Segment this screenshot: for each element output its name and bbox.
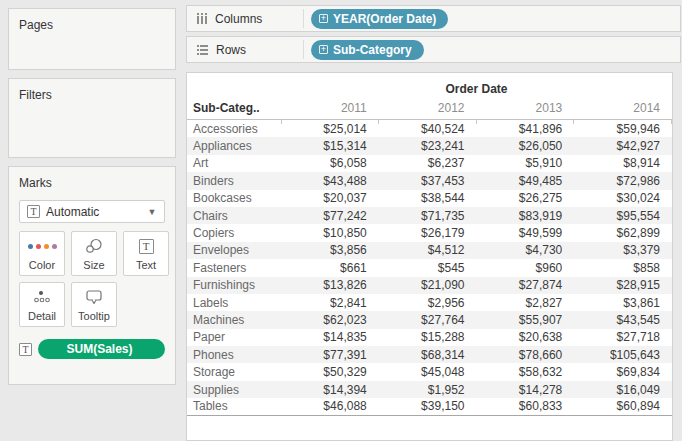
color-button[interactable]: Color — [19, 231, 65, 276]
row-label[interactable]: Furnishings — [187, 278, 281, 292]
row-label[interactable]: Machines — [187, 313, 281, 327]
cell-value[interactable]: $16,049 — [574, 383, 672, 397]
mark-type-dropdown[interactable]: T Automatic ▼ — [19, 200, 165, 223]
row-label[interactable]: Envelopes — [187, 243, 281, 257]
cell-value[interactable]: $15,314 — [281, 139, 379, 153]
cell-value[interactable]: $4,730 — [477, 243, 575, 257]
rows-pill[interactable]: + Sub-Category — [311, 40, 424, 60]
cell-value[interactable]: $26,275 — [477, 191, 575, 205]
row-label[interactable]: Phones — [187, 348, 281, 362]
expand-field-icon[interactable]: + — [319, 14, 328, 23]
cell-value[interactable]: $43,545 — [574, 313, 672, 327]
cell-value[interactable]: $28,915 — [574, 278, 672, 292]
cell-value[interactable]: $27,718 — [574, 330, 672, 344]
detail-button[interactable]: Detail — [19, 282, 65, 327]
cell-value[interactable]: $10,850 — [281, 226, 379, 240]
cell-value[interactable]: $30,024 — [574, 191, 672, 205]
row-label[interactable]: Labels — [187, 296, 281, 310]
column-header[interactable]: 2014 — [574, 101, 672, 119]
row-label[interactable]: Art — [187, 156, 281, 170]
cell-value[interactable]: $20,037 — [281, 191, 379, 205]
row-label[interactable]: Accessories — [187, 122, 281, 136]
columns-pill[interactable]: + YEAR(Order Date) — [311, 9, 448, 29]
dropdown-arrow-icon[interactable]: ▼ — [142, 207, 162, 217]
cell-value[interactable]: $960 — [477, 261, 575, 275]
cell-value[interactable]: $21,090 — [379, 278, 477, 292]
row-label[interactable]: Paper — [187, 330, 281, 344]
filters-shelf[interactable]: Filters — [8, 78, 176, 158]
cell-value[interactable]: $858 — [574, 261, 672, 275]
column-header[interactable]: 2012 — [379, 101, 477, 119]
cell-value[interactable]: $95,554 — [574, 209, 672, 223]
cell-value[interactable]: $4,512 — [379, 243, 477, 257]
cell-value[interactable]: $26,179 — [379, 226, 477, 240]
cell-value[interactable]: $60,894 — [574, 399, 672, 413]
cell-value[interactable]: $2,841 — [281, 296, 379, 310]
cell-value[interactable]: $71,735 — [379, 209, 477, 223]
cell-value[interactable]: $2,956 — [379, 296, 477, 310]
cell-value[interactable]: $6,237 — [379, 156, 477, 170]
cell-value[interactable]: $38,544 — [379, 191, 477, 205]
cell-value[interactable]: $41,896 — [477, 122, 575, 136]
cell-value[interactable]: $6,058 — [281, 156, 379, 170]
cell-value[interactable]: $40,524 — [379, 122, 477, 136]
cell-value[interactable]: $43,488 — [281, 174, 379, 188]
cell-value[interactable]: $49,599 — [477, 226, 575, 240]
row-label[interactable]: Storage — [187, 365, 281, 379]
cell-value[interactable]: $59,946 — [574, 122, 672, 136]
row-label[interactable]: Bookcases — [187, 191, 281, 205]
cell-value[interactable]: $72,986 — [574, 174, 672, 188]
column-header[interactable]: 2011 — [281, 101, 379, 119]
cell-value[interactable]: $545 — [379, 261, 477, 275]
cell-value[interactable]: $13,826 — [281, 278, 379, 292]
cell-value[interactable]: $62,023 — [281, 313, 379, 327]
text-button[interactable]: T Text — [123, 231, 169, 276]
pages-shelf[interactable]: Pages — [8, 8, 176, 70]
cell-value[interactable]: $14,835 — [281, 330, 379, 344]
cell-value[interactable]: $105,643 — [574, 348, 672, 362]
row-label[interactable]: Tables — [187, 399, 281, 413]
cell-value[interactable]: $68,314 — [379, 348, 477, 362]
cell-value[interactable]: $25,014 — [281, 122, 379, 136]
row-field-label[interactable]: Sub-Categ.. — [187, 101, 281, 119]
cell-value[interactable]: $60,833 — [477, 399, 575, 413]
cell-value[interactable]: $661 — [281, 261, 379, 275]
tooltip-button[interactable]: Tooltip — [71, 282, 117, 327]
cell-value[interactable]: $3,861 — [574, 296, 672, 310]
cell-value[interactable]: $77,242 — [281, 209, 379, 223]
column-field-label[interactable]: Order Date — [281, 82, 672, 96]
row-label[interactable]: Fasteners — [187, 261, 281, 275]
cell-value[interactable]: $1,952 — [379, 383, 477, 397]
row-label[interactable]: Binders — [187, 174, 281, 188]
column-header[interactable]: 2013 — [477, 101, 575, 119]
cell-value[interactable]: $2,827 — [477, 296, 575, 310]
cell-value[interactable]: $39,150 — [379, 399, 477, 413]
cell-value[interactable]: $69,834 — [574, 365, 672, 379]
cell-value[interactable]: $8,914 — [574, 156, 672, 170]
row-label[interactable]: Supplies — [187, 383, 281, 397]
columns-shelf[interactable]: Columns + YEAR(Order Date) — [186, 5, 681, 32]
cell-value[interactable]: $58,632 — [477, 365, 575, 379]
cell-value[interactable]: $15,288 — [379, 330, 477, 344]
cell-value[interactable]: $5,910 — [477, 156, 575, 170]
cell-value[interactable]: $78,660 — [477, 348, 575, 362]
row-label[interactable]: Copiers — [187, 226, 281, 240]
cell-value[interactable]: $83,919 — [477, 209, 575, 223]
cell-value[interactable]: $26,050 — [477, 139, 575, 153]
cell-value[interactable]: $77,391 — [281, 348, 379, 362]
cell-value[interactable]: $27,874 — [477, 278, 575, 292]
cell-value[interactable]: $55,907 — [477, 313, 575, 327]
expand-field-icon[interactable]: + — [319, 45, 328, 54]
rows-shelf[interactable]: Rows + Sub-Category — [186, 36, 681, 63]
row-label[interactable]: Chairs — [187, 209, 281, 223]
cell-value[interactable]: $46,088 — [281, 399, 379, 413]
cell-value[interactable]: $37,453 — [379, 174, 477, 188]
cell-value[interactable]: $50,329 — [281, 365, 379, 379]
cell-value[interactable]: $3,379 — [574, 243, 672, 257]
cell-value[interactable]: $23,241 — [379, 139, 477, 153]
row-label[interactable]: Appliances — [187, 139, 281, 153]
cell-value[interactable]: $27,764 — [379, 313, 477, 327]
cell-value[interactable]: $20,638 — [477, 330, 575, 344]
sum-sales-pill[interactable]: SUM(Sales) — [38, 339, 165, 359]
size-button[interactable]: Size — [71, 231, 117, 276]
